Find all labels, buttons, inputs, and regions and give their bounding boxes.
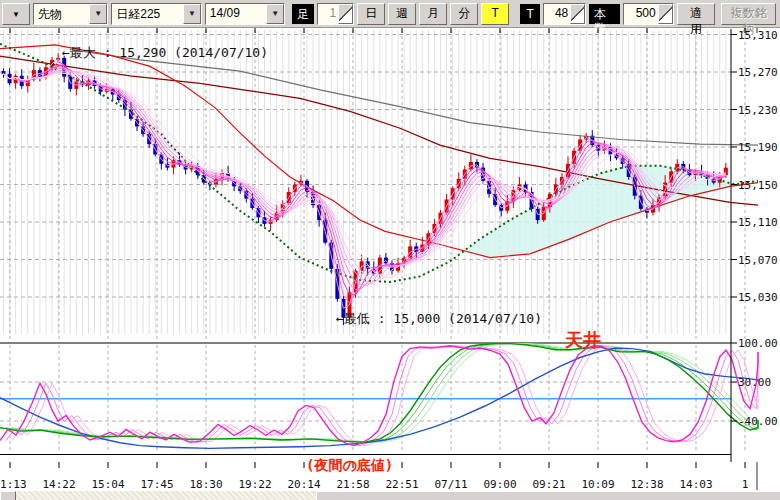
contract-month-value: 14/09 <box>206 4 266 24</box>
svg-text:09:21: 09:21 <box>532 478 565 491</box>
svg-text:12:38: 12:38 <box>630 478 663 491</box>
tick-count-stepper[interactable]: 48 <box>543 3 586 25</box>
svg-text:15,070: 15,070 <box>738 254 778 267</box>
svg-text:14:03: 14:03 <box>679 478 712 491</box>
chart-canvas[interactable]: 15,31015,27015,23015,19015,15015,11015,0… <box>0 28 780 491</box>
chevron-down-icon[interactable]: ▼ <box>266 4 284 24</box>
svg-text:30.00: 30.00 <box>738 376 771 389</box>
chart-application-window: ▼ 先物 ▼ 日経225 ▼ 14/09 ▼ 足 1 日 週 月 分 T T 4… <box>0 0 780 500</box>
svg-text:14:22: 14:22 <box>42 478 75 491</box>
period-minute-button[interactable]: 分 <box>450 3 478 25</box>
spinner-icon[interactable] <box>658 4 673 24</box>
market-select[interactable]: 先物 ▼ <box>33 3 108 25</box>
svg-text:10:09: 10:09 <box>581 478 614 491</box>
scrollbar-thumb[interactable] <box>316 491 780 500</box>
svg-text:-40.00: -40.00 <box>738 415 778 428</box>
spinner-icon[interactable] <box>338 4 353 24</box>
period-tick-button[interactable]: T <box>481 3 509 25</box>
toolbar: ▼ 先物 ▼ 日経225 ▼ 14/09 ▼ 足 1 日 週 月 分 T T 4… <box>0 0 780 28</box>
svg-text:15,310: 15,310 <box>738 29 778 42</box>
svg-text:15,030: 15,030 <box>738 291 778 304</box>
period-minute-label: 分 <box>458 6 470 20</box>
svg-text:15,270: 15,270 <box>738 66 778 79</box>
period-day-button[interactable]: 日 <box>357 3 385 25</box>
svg-text:15,230: 15,230 <box>738 104 778 117</box>
symbol-select-value: 日経225 <box>112 4 183 24</box>
interval-value: 1 <box>318 4 338 24</box>
horizontal-scrollbar[interactable] <box>0 491 780 500</box>
svg-text:15,110: 15,110 <box>738 216 778 229</box>
scroll-left-button[interactable] <box>0 491 16 500</box>
interval-stepper[interactable]: 1 <box>317 3 354 25</box>
svg-text:21:58: 21:58 <box>336 478 369 491</box>
period-tick-label: T <box>492 6 499 20</box>
svg-text:15:04: 15:04 <box>91 478 124 491</box>
apply-button[interactable]: 適用 <box>677 3 715 25</box>
svg-text:(夜間の底値): (夜間の底値) <box>306 457 393 473</box>
spinner-icon[interactable] <box>570 4 585 24</box>
bar-count-label: 本数 <box>589 4 619 24</box>
svg-text:100.00: 100.00 <box>738 337 778 350</box>
svg-text:17:45: 17:45 <box>140 478 173 491</box>
svg-text:天井: 天井 <box>564 329 601 350</box>
period-week-button[interactable]: 週 <box>388 3 416 25</box>
multi-symbol-button[interactable]: 複数銘柄 <box>721 3 776 25</box>
market-select-value: 先物 <box>34 4 89 24</box>
period-week-label: 週 <box>396 6 408 20</box>
nav-drop-button[interactable]: ▼ <box>2 3 30 25</box>
bar-count-value: 500 <box>624 4 658 24</box>
period-day-label: 日 <box>365 6 377 20</box>
contract-month-select[interactable]: 14/09 ▼ <box>205 3 285 25</box>
period-month-label: 月 <box>427 6 439 20</box>
svg-text:18:30: 18:30 <box>189 478 222 491</box>
svg-text:20:14: 20:14 <box>287 478 320 491</box>
period-month-button[interactable]: 月 <box>419 3 447 25</box>
bar-type-label: 足 <box>292 4 314 24</box>
svg-text:07/11: 07/11 <box>434 478 467 491</box>
bar-count-stepper[interactable]: 500 <box>623 3 674 25</box>
symbol-select[interactable]: 日経225 ▼ <box>111 3 202 25</box>
svg-text:22:51: 22:51 <box>385 478 418 491</box>
svg-text:←最大 : 15,290 (2014/07/10): ←最大 : 15,290 (2014/07/10) <box>62 45 268 60</box>
svg-text:15,190: 15,190 <box>738 141 778 154</box>
tick-count-value: 48 <box>544 4 570 24</box>
tick-count-label: T <box>520 4 540 24</box>
chevron-down-icon[interactable]: ▼ <box>183 4 201 24</box>
svg-text:19:22: 19:22 <box>238 478 271 491</box>
svg-text:1: 1 <box>742 478 749 491</box>
chevron-down-icon[interactable]: ▼ <box>89 4 107 24</box>
svg-text:11:13: 11:13 <box>0 478 27 491</box>
svg-text:09:00: 09:00 <box>483 478 516 491</box>
svg-text:←最低 : 15,000 (2014/07/10): ←最低 : 15,000 (2014/07/10) <box>336 311 542 326</box>
chevron-down-icon: ▼ <box>12 10 20 19</box>
svg-text:15,150: 15,150 <box>738 179 778 192</box>
